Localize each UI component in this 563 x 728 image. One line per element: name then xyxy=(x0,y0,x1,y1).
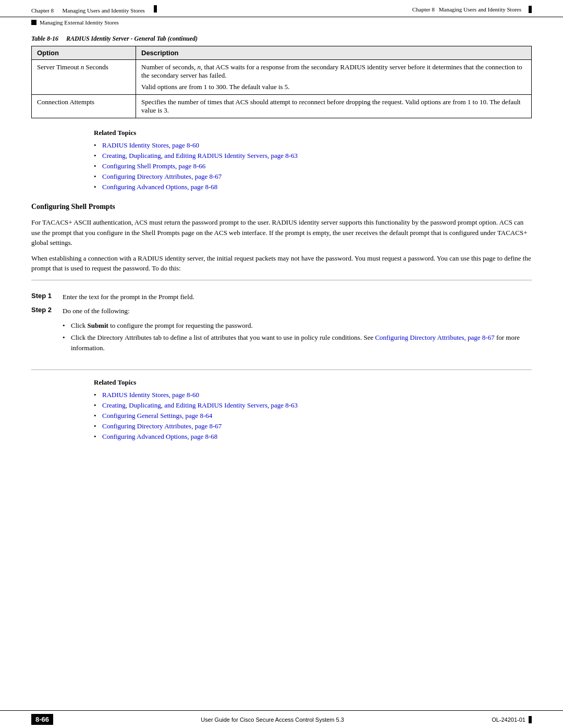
rt1-link-2[interactable]: Creating, Duplicating, and Editing RADIU… xyxy=(102,152,298,159)
page-wrapper: Chapter 8 Managing Users and Identity St… xyxy=(0,0,563,728)
list-item: RADIUS Identity Stores, page 8-60 xyxy=(94,140,532,151)
list-item: Configuring General Settings, page 8-64 xyxy=(94,411,532,421)
rt1-link-3[interactable]: Configuring Shell Prompts, page 8-66 xyxy=(102,162,205,170)
description-cell-2: Specifies the number of times that ACS s… xyxy=(136,95,532,118)
table-row: Server Timeout n Seconds Number of secon… xyxy=(32,60,532,95)
header-bar xyxy=(529,6,532,13)
page-header: Chapter 8 Managing Users and Identity St… xyxy=(0,0,563,17)
body-para-2: When establishing a connection with a RA… xyxy=(31,253,532,274)
footer-right: OL-24201-01 xyxy=(492,716,532,723)
option-cell-1: Server Timeout n Seconds xyxy=(32,60,136,95)
list-item: Configuring Advanced Options, page 8-68 xyxy=(94,182,532,192)
step-1-label: Step 1 xyxy=(31,292,63,300)
divider-1 xyxy=(31,280,532,280)
col-header-description: Description xyxy=(136,46,532,60)
rt2-link-4[interactable]: Configuring Directory Attributes, page 8… xyxy=(102,422,222,430)
divider-2 xyxy=(31,369,532,370)
list-item: RADIUS Identity Stores, page 8-60 xyxy=(94,390,532,400)
footer-page-number: 8-66 xyxy=(31,714,53,725)
dir-attr-link[interactable]: Configuring Directory Attributes, page 8… xyxy=(375,334,494,341)
related-topics-1: Related Topics RADIUS Identity Stores, p… xyxy=(94,129,532,192)
list-item: Configuring Advanced Options, page 8-68 xyxy=(94,431,532,442)
table-row: Connection Attempts Specifies the number… xyxy=(32,95,532,118)
body-para-1: For TACACS+ ASCII authentication, ACS mu… xyxy=(31,217,532,248)
table-caption: Table 8-16 RADIUS Identity Server - Gene… xyxy=(31,35,532,43)
bullet-1: Click Submit to configure the prompt for… xyxy=(63,319,532,332)
sub-header: Managing External Identity Stores xyxy=(0,17,563,30)
rt1-link-1[interactable]: RADIUS Identity Stores, page 8-60 xyxy=(102,141,199,149)
chapter-label: Chapter 8 xyxy=(31,7,54,14)
chapter-title-right: Managing Users and Identity Stores xyxy=(439,6,521,13)
rt2-link-1[interactable]: RADIUS Identity Stores, page 8-60 xyxy=(102,391,199,399)
rt1-link-5[interactable]: Configuring Advanced Options, page 8-68 xyxy=(102,183,217,191)
description-cell-1: Number of seconds, n, that ACS waits for… xyxy=(136,60,532,95)
caption-text: RADIUS Identity Server - General Tab (co… xyxy=(66,35,198,42)
footer-bar-icon xyxy=(529,716,532,723)
rt2-link-3[interactable]: Configuring General Settings, page 8-64 xyxy=(102,412,212,419)
desc-para-1: Number of seconds, n, that ACS waits for… xyxy=(141,63,526,80)
header-title-left: Managing Users and Identity Stores xyxy=(63,7,145,14)
page-footer: 8-66 User Guide for Cisco Secure Access … xyxy=(0,710,563,728)
italic-n: n xyxy=(81,63,84,71)
list-item: Creating, Duplicating, and Editing RADIU… xyxy=(94,400,532,411)
steps-area: Step 1 Enter the text for the prompt in … xyxy=(31,287,532,364)
main-content: Table 8-16 RADIUS Identity Server - Gene… xyxy=(0,30,563,482)
caption-number: Table 8-16 xyxy=(31,35,58,42)
col-header-option: Option xyxy=(32,46,136,60)
footer-center-text: User Guide for Cisco Secure Access Contr… xyxy=(201,717,344,723)
related-topics-1-title: Related Topics xyxy=(94,129,532,137)
step-2-row: Step 2 Do one of the following: Click Su… xyxy=(31,306,532,354)
list-item: Configuring Shell Prompts, page 8-66 xyxy=(94,161,532,171)
option-cell-2: Connection Attempts xyxy=(32,95,136,118)
desc-para-2: Valid options are from 1 to 300. The def… xyxy=(141,83,526,91)
step-2-label: Step 2 xyxy=(31,306,63,314)
breadcrumb-icon xyxy=(31,20,36,25)
chapter-right: Chapter 8 xyxy=(412,6,435,13)
step-2-content: Do one of the following: Click Submit to… xyxy=(63,306,532,354)
header-left: Chapter 8 Managing Users and Identity St… xyxy=(31,5,157,14)
list-item: Configuring Directory Attributes, page 8… xyxy=(94,421,532,431)
related-topics-2-title: Related Topics xyxy=(94,378,532,387)
rt2-link-2[interactable]: Creating, Duplicating, and Editing RADIU… xyxy=(102,401,298,409)
related-topics-2-list: RADIUS Identity Stores, page 8-60 Creati… xyxy=(94,390,532,442)
submit-bold: Submit xyxy=(87,322,108,329)
section-heading: Configuring Shell Prompts xyxy=(31,203,532,211)
step-2-bullets: Click Submit to configure the prompt for… xyxy=(63,319,532,354)
footer-doc-number: OL-24201-01 xyxy=(492,717,525,723)
rt1-link-4[interactable]: Configuring Directory Attributes, page 8… xyxy=(102,172,222,180)
header-right: Chapter 8 Managing Users and Identity St… xyxy=(412,6,532,13)
list-item: Configuring Directory Attributes, page 8… xyxy=(94,171,532,182)
step-1-row: Step 1 Enter the text for the prompt in … xyxy=(31,292,532,302)
list-item: Creating, Duplicating, and Editing RADIU… xyxy=(94,151,532,161)
radius-table: Option Description Server Timeout n Seco… xyxy=(31,46,532,118)
breadcrumb: Managing External Identity Stores xyxy=(40,19,119,26)
related-topics-1-list: RADIUS Identity Stores, page 8-60 Creati… xyxy=(94,140,532,192)
step-1-content: Enter the text for the prompt in the Pro… xyxy=(63,292,532,302)
rt2-link-5[interactable]: Configuring Advanced Options, page 8-68 xyxy=(102,433,217,440)
related-topics-2: Related Topics RADIUS Identity Stores, p… xyxy=(94,378,532,442)
bullet-2: Click the Directory Attributes tab to de… xyxy=(63,331,532,354)
step-2-text: Do one of the following: xyxy=(63,307,130,315)
header-bar-right xyxy=(154,5,157,13)
